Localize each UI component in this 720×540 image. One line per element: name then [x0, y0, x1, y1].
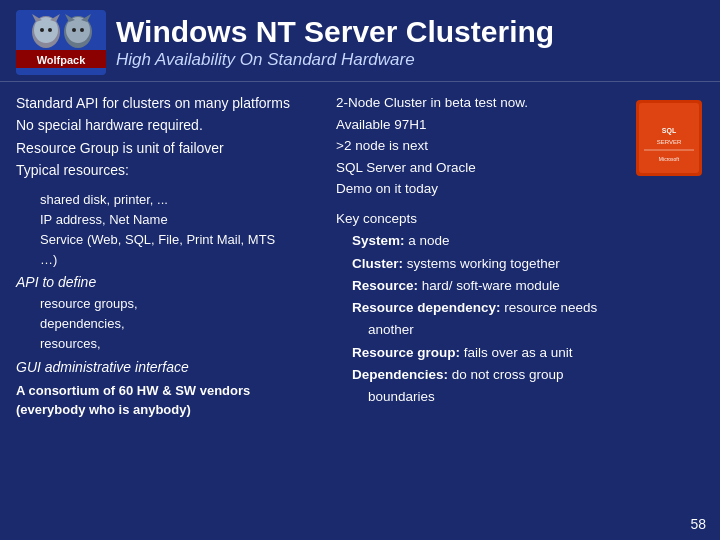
svg-point-14 — [80, 28, 84, 32]
sub-title: High Availability On Standard Hardware — [116, 50, 554, 70]
svg-text:SERVER: SERVER — [657, 139, 682, 145]
concept-item-3: Resource dependency: resource needs — [336, 297, 704, 319]
main-title: Windows NT Server Clustering — [116, 15, 554, 50]
consortium-line-1: A consortium of 60 HW & SW vendors — [16, 381, 326, 401]
svg-point-8 — [48, 28, 52, 32]
svg-text:Wolfpack: Wolfpack — [37, 54, 87, 66]
cluster-info: 2-Node Cluster in beta test now. Availab… — [336, 92, 626, 200]
svg-point-13 — [72, 28, 76, 32]
resource-item-3: …) — [40, 250, 326, 270]
concept-item-2: Resource: hard/ soft-ware module — [336, 275, 704, 297]
left-column: Standard API for clusters on many platfo… — [16, 92, 326, 420]
svg-rect-16 — [639, 103, 699, 173]
concept-item-4: another — [336, 319, 704, 341]
sql-server-logo: SQL SERVER Microsoft — [634, 98, 704, 182]
concept-item-0: System: a node — [336, 230, 704, 252]
api-label: API to define — [16, 274, 326, 290]
svg-point-7 — [40, 28, 44, 32]
resource-item-0: shared disk, printer, ... — [40, 190, 326, 210]
page-number: 58 — [690, 516, 706, 532]
cluster-line-3: SQL Server and Oracle — [336, 157, 626, 179]
consortium-line-2: (everybody who is anybody) — [16, 400, 326, 420]
intro-line-3: Resource Group is unit of failover — [16, 137, 326, 159]
api-items-list: resource groups, dependencies, resources… — [16, 294, 326, 354]
api-item-2: resources, — [40, 334, 326, 354]
right-column: 2-Node Cluster in beta test now. Availab… — [336, 92, 704, 420]
cluster-text: 2-Node Cluster in beta test now. Availab… — [336, 92, 626, 208]
cluster-line-4: Demo on it today — [336, 178, 626, 200]
resource-item-1: IP address, Net Name — [40, 210, 326, 230]
cluster-line-2: >2 node is next — [336, 135, 626, 157]
api-item-0: resource groups, — [40, 294, 326, 314]
header: Wolfpack Windows NT Server Clustering Hi… — [0, 0, 720, 82]
api-item-1: dependencies, — [40, 314, 326, 334]
cluster-line-1: Available 97H1 — [336, 114, 626, 136]
intro-line-4: Typical resources: — [16, 159, 326, 181]
intro-line-2: No special hardware required. — [16, 114, 326, 136]
resource-item-2: Service (Web, SQL, File, Print Mail, MTS — [40, 230, 326, 250]
cluster-row: 2-Node Cluster in beta test now. Availab… — [336, 92, 704, 208]
gui-line: GUI administrative interface — [16, 359, 326, 375]
concept-item-7: boundaries — [336, 386, 704, 408]
svg-text:Microsoft: Microsoft — [659, 156, 680, 162]
cluster-line-0: 2-Node Cluster in beta test now. — [336, 92, 626, 114]
concept-item-1: Cluster: systems working together — [336, 253, 704, 275]
logo-wolfpack: Wolfpack — [16, 10, 106, 75]
intro-block: Standard API for clusters on many platfo… — [16, 92, 326, 182]
svg-text:SQL: SQL — [662, 127, 677, 135]
content-area: Standard API for clusters on many platfo… — [0, 82, 720, 428]
concepts-container: System: a nodeCluster: systems working t… — [336, 230, 704, 408]
concept-item-5: Resource group: fails over as a unit — [336, 342, 704, 364]
header-text: Windows NT Server Clustering High Availa… — [116, 15, 554, 70]
typical-resources-list: shared disk, printer, ... IP address, Ne… — [16, 190, 326, 271]
key-concepts-section: Key concepts System: a nodeCluster: syst… — [336, 208, 704, 408]
intro-line-1: Standard API for clusters on many platfo… — [16, 92, 326, 114]
key-concepts-label: Key concepts — [336, 208, 704, 230]
concept-item-6: Dependencies: do not cross group — [336, 364, 704, 386]
right-inner: 2-Node Cluster in beta test now. Availab… — [336, 92, 704, 408]
